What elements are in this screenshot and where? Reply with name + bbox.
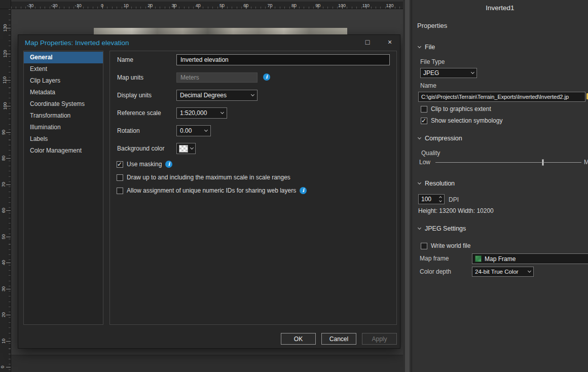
section-label: File [425, 44, 435, 51]
checkbox-label: Clip to graphics extent [431, 105, 491, 113]
chevron-down-icon [418, 45, 421, 48]
ruler-label: 40 [1, 260, 6, 265]
dialog-tab[interactable]: Illumination [24, 122, 103, 133]
rotation-select[interactable]: 0.00 [176, 125, 211, 136]
color-swatch [179, 145, 188, 153]
ruler-label: 20 [1, 312, 6, 317]
dpi-value: 100 [421, 196, 431, 203]
ruler-label: 60 [243, 3, 248, 8]
dialog-tab[interactable]: Transformation [24, 110, 103, 122]
info-icon: i [165, 161, 172, 168]
rotation-label: Rotation [117, 127, 140, 134]
quality-label: Quality [421, 150, 440, 157]
dialog-tab[interactable]: Metadata [24, 87, 103, 98]
dialog-tab[interactable]: Color Management [24, 145, 103, 157]
file-name-input[interactable]: C:\gis\Projects\Terrain\Terrain_Exports\… [418, 92, 585, 102]
horizontal-ruler: -30-20-100102030405060708090100110120 [11, 2, 403, 9]
checkbox[interactable] [421, 243, 427, 249]
checkbox-label: Write world file [431, 242, 470, 249]
ruler-label: 30 [1, 286, 6, 291]
ruler-label: 20 [148, 3, 153, 8]
clip-graphics-checkbox-row[interactable]: Clip to graphics extent [421, 105, 491, 113]
checkbox-row[interactable]: Use masking i [117, 161, 307, 168]
dialog-tab[interactable]: Coordinate Systems [24, 98, 103, 110]
color-depth-label: Color depth [420, 268, 451, 275]
ruler-tick: -30 [18, 2, 42, 9]
ruler-tick: 20 [138, 2, 162, 9]
ruler-label: -10 [75, 3, 82, 8]
dialog-tab-label: Transformation [30, 112, 70, 119]
checkbox[interactable] [421, 118, 427, 124]
file-type-select[interactable]: JPEG [420, 68, 477, 78]
ok-button[interactable]: OK [281, 333, 316, 345]
checkbox[interactable] [421, 106, 427, 113]
dialog-tab[interactable]: General [24, 52, 103, 63]
checkbox[interactable] [117, 188, 123, 194]
maximize-icon[interactable]: □ [360, 36, 375, 48]
resolution-section-header[interactable]: Resolution [418, 180, 455, 187]
dialog-tab-label: Labels [30, 135, 48, 142]
close-icon[interactable]: × [383, 36, 397, 48]
file-type-label: File Type [420, 58, 445, 65]
output-size-text: Height: 13200 Width: 10200 [418, 207, 494, 214]
dialog-title: Map Properties: Inverted elevation [25, 39, 129, 47]
compression-section-header[interactable]: Compression [418, 135, 462, 142]
scrollbar[interactable] [403, 0, 412, 372]
reference-scale-select[interactable]: 1:520,000 [176, 107, 227, 119]
dialog-tab[interactable]: Labels [24, 133, 103, 145]
ruler-label: 120 [3, 50, 8, 58]
layout-page-edge [11, 355, 403, 372]
selection-symbology-checkbox-row[interactable]: Show selection symbology [421, 117, 502, 124]
chevron-down-icon [204, 128, 208, 132]
info-icon: i [263, 73, 270, 81]
ruler-tick: 80 [0, 145, 11, 172]
ruler-label: 30 [171, 3, 176, 8]
ruler-label: 50 [1, 234, 6, 239]
section-label: Compression [425, 135, 462, 142]
reference-scale-value: 1:520,000 [180, 109, 207, 117]
file-section-header[interactable]: File [418, 44, 435, 51]
file-type-value: JPEG [423, 69, 439, 77]
jpeg-settings-section-header[interactable]: JPEG Settings [418, 225, 466, 232]
ruler-label: 70 [1, 182, 6, 187]
name-input[interactable]: Inverted elevation [176, 54, 390, 65]
ruler-tick: 90 [306, 2, 330, 9]
dialog-tab-list: General Extent Clip Layers Metadata Coor… [23, 51, 103, 325]
ruler-tick: 0 [90, 2, 114, 9]
ruler-tick: 0 [0, 354, 11, 372]
background-color-picker[interactable] [176, 143, 196, 154]
dialog-tab[interactable]: Extent [24, 63, 103, 75]
ruler-label: 10 [124, 3, 129, 8]
section-label: JPEG Settings [425, 225, 466, 232]
dialog-tab-label: Metadata [30, 89, 55, 96]
export-item-title: Inverted1 [412, 4, 588, 12]
checkbox[interactable] [117, 161, 123, 168]
dialog-content: Name Inverted elevation Map units Meters… [109, 51, 397, 325]
file-name-label: Name [420, 82, 436, 89]
quality-slider-handle[interactable] [542, 159, 544, 166]
ruler-label: 110 [2, 77, 7, 84]
quality-slider[interactable] [435, 162, 581, 163]
chevron-down-icon [418, 181, 421, 184]
world-file-checkbox-row[interactable]: Write world file [421, 242, 470, 249]
dialog-tab[interactable]: Clip Layers [24, 75, 103, 87]
color-depth-value: 24-bit True Color [475, 269, 519, 275]
map-properties-dialog: Map Properties: Inverted elevation □ × G… [18, 34, 400, 349]
cancel-button[interactable]: Cancel [321, 333, 356, 345]
apply-button: Apply [362, 333, 397, 345]
checkbox-row[interactable]: Draw up to and including the maximum sca… [117, 174, 307, 181]
display-units-select[interactable]: Decimal Degrees [176, 90, 258, 101]
map-units-input: Meters [176, 72, 258, 83]
map-units-value: Meters [180, 74, 199, 81]
dialog-title-bar[interactable]: Map Properties: Inverted elevation □ × [18, 35, 400, 50]
ruler-tick: 110 [354, 2, 378, 9]
scrollbar-track[interactable] [405, 0, 410, 372]
map-frame-select[interactable]: Map Frame [472, 253, 588, 264]
spinner-arrows-icon[interactable] [439, 197, 442, 202]
ruler-tick: 100 [0, 93, 11, 120]
checkbox-row[interactable]: Allow assignment of unique numeric IDs f… [117, 187, 307, 194]
ruler-label: 40 [196, 3, 201, 8]
color-depth-select[interactable]: 24-bit True Color [472, 267, 534, 277]
dpi-spinner[interactable]: 100 [418, 194, 445, 204]
checkbox[interactable] [117, 174, 123, 181]
